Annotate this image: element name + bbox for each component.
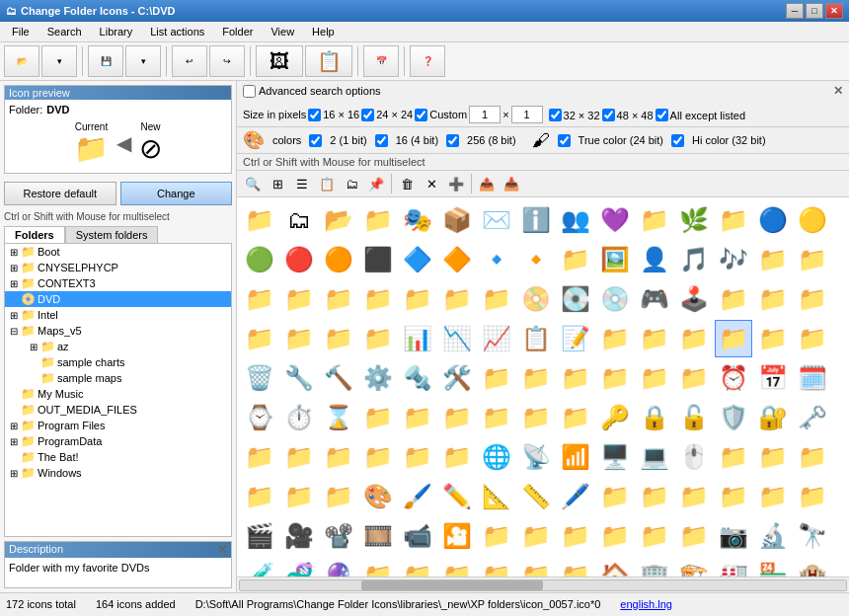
icon-cell[interactable]: 📁 <box>399 280 436 318</box>
cb-truecolor[interactable] <box>558 134 571 147</box>
tree-item-context3[interactable]: ⊞ 📁 CONTEXT3 <box>5 275 231 291</box>
menu-list-actions[interactable]: List actions <box>142 24 212 39</box>
icon-cell[interactable]: ⌚ <box>241 399 278 436</box>
restore-default-button[interactable]: Restore default <box>4 182 116 205</box>
help-button[interactable]: ❓ <box>410 45 445 77</box>
icon-cell[interactable]: 👤 <box>636 241 673 278</box>
tree-toggle-maps[interactable]: ⊟ <box>7 326 21 337</box>
cb-16bit[interactable] <box>375 134 388 147</box>
icon-cell[interactable]: ⏱️ <box>280 399 318 436</box>
icon-cell[interactable]: 🗝️ <box>794 399 831 436</box>
icon-tool-navigate[interactable]: 🔍 <box>241 173 265 194</box>
icon-cell[interactable]: 📐 <box>478 478 515 515</box>
cb-2bit[interactable] <box>309 134 322 147</box>
icon-cell[interactable]: 📁 <box>517 359 555 397</box>
icon-tool-view3[interactable]: 📌 <box>364 173 388 194</box>
icon-cell[interactable]: 📁 <box>241 280 278 318</box>
icon-cell[interactable]: 📁 <box>794 320 831 357</box>
menu-view[interactable]: View <box>263 24 302 39</box>
icon-cell[interactable]: 📁 <box>438 280 476 318</box>
open-folder-button[interactable]: 📂 <box>4 45 39 77</box>
icon-cell[interactable]: 🕹️ <box>675 280 713 318</box>
icon-cell[interactable]: 📶 <box>557 438 594 476</box>
icon-cell[interactable]: 📁 <box>794 438 831 476</box>
icon-cell[interactable]: 🔸 <box>517 241 555 278</box>
tree-toggle-intel[interactable]: ⊞ <box>7 310 21 321</box>
icon-cell[interactable]: 🔐 <box>754 399 792 436</box>
tree-toggle-ctx[interactable]: ⊞ <box>7 278 21 289</box>
tree-item-cnyselphycp[interactable]: ⊞ 📁 CNYSELPHYCP <box>5 260 231 275</box>
tree-toggle-windows[interactable]: ⊞ <box>7 468 21 479</box>
icon-cell[interactable]: 🖊️ <box>557 478 594 515</box>
icon-cell[interactable]: 📁 <box>754 320 792 357</box>
minimize-button[interactable]: ─ <box>786 3 804 19</box>
icon-cell[interactable]: 🎭 <box>399 201 436 239</box>
icon-cell[interactable]: 🛡️ <box>715 399 752 436</box>
icon-cell[interactable]: 🌿 <box>675 201 713 239</box>
library-button[interactable]: 🖼 <box>256 45 303 77</box>
icon-cell[interactable]: 📁 <box>557 557 594 577</box>
icon-cell[interactable]: 🎦 <box>438 517 476 555</box>
cb-custom[interactable] <box>415 109 427 121</box>
tree-toggle-program-files[interactable]: ⊞ <box>7 421 21 431</box>
menu-file[interactable]: File <box>4 24 38 39</box>
icon-cell[interactable]: 📁 <box>359 201 397 239</box>
icon-cell[interactable]: 🔷 <box>399 241 436 278</box>
icon-cell[interactable]: 📁 <box>596 478 634 515</box>
icon-cell[interactable]: 📁 <box>636 478 673 515</box>
icon-cell[interactable]: 📁 <box>280 478 318 515</box>
icon-cell[interactable]: 📁 <box>241 438 278 476</box>
icon-cell[interactable]: 🎨 <box>359 478 397 515</box>
icon-cell[interactable]: 📁 <box>478 557 515 577</box>
icon-cell[interactable]: 📁 <box>241 320 278 357</box>
icon-cell[interactable]: 📁 <box>557 399 594 436</box>
icon-cell[interactable]: 🖼️ <box>596 241 634 278</box>
icon-cell[interactable]: 📋 <box>517 320 555 357</box>
h-scrollbar-track[interactable] <box>239 579 847 591</box>
folder-tree[interactable]: ⊞ 📁 Boot ⊞ 📁 CNYSELPHYCP ⊞ 📁 CONTEXT3 📀 … <box>4 243 232 537</box>
tree-item-dvd[interactable]: 📀 DVD <box>5 291 231 307</box>
icon-cell[interactable]: 📁 <box>596 359 634 397</box>
menu-search[interactable]: Search <box>39 24 90 39</box>
icon-cell[interactable]: 🟢 <box>241 241 278 278</box>
icon-cell[interactable]: 📁 <box>675 517 713 555</box>
icon-cell[interactable]: ⚙️ <box>359 359 397 397</box>
icon-tool-add[interactable]: ➕ <box>444 173 468 194</box>
icon-cell[interactable]: 📁 <box>715 320 752 357</box>
icon-cell[interactable]: 📁 <box>478 399 515 436</box>
custom-height-input[interactable] <box>511 106 543 123</box>
icon-cell[interactable]: 📦 <box>438 201 476 239</box>
icon-cell[interactable]: 🔒 <box>636 399 673 436</box>
icon-cell[interactable]: 🛠️ <box>438 359 476 397</box>
icon-cell[interactable]: 📁 <box>438 557 476 577</box>
icon-cell[interactable]: 📁 <box>241 201 278 239</box>
icon-cell[interactable]: 📷 <box>715 517 752 555</box>
icon-cell[interactable]: 📁 <box>715 478 752 515</box>
icon-cell[interactable]: 🖌️ <box>399 478 436 515</box>
icon-cell[interactable]: 📁 <box>241 478 278 515</box>
icon-cell[interactable]: 📁 <box>596 517 634 555</box>
icon-cell[interactable]: 📁 <box>517 517 555 555</box>
icon-cell[interactable]: 📡 <box>517 438 555 476</box>
icon-cell[interactable]: 🧬 <box>280 557 318 577</box>
icon-cell[interactable]: 📁 <box>675 320 713 357</box>
tree-item-programdata[interactable]: ⊞ 📁 ProgramData <box>5 433 231 449</box>
icon-cell[interactable]: 🔴 <box>280 241 318 278</box>
icon-cell[interactable]: 📁 <box>359 399 397 436</box>
icon-cell[interactable]: 📁 <box>636 201 673 239</box>
icon-cell[interactable]: 🎞️ <box>359 517 397 555</box>
icon-cell[interactable]: 📁 <box>557 517 594 555</box>
icon-cell[interactable]: 📁 <box>517 557 555 577</box>
icon-cell[interactable]: 📁 <box>280 438 318 476</box>
icon-cell[interactable]: 📁 <box>557 241 594 278</box>
icon-cell[interactable]: 🏗️ <box>675 557 713 577</box>
icon-cell[interactable]: ✏️ <box>438 478 476 515</box>
icon-cell[interactable]: 📁 <box>399 399 436 436</box>
calendar-button[interactable]: 📅 <box>363 45 399 77</box>
library2-button[interactable]: 📋 <box>305 45 352 77</box>
save-button[interactable]: 💾 <box>88 45 123 77</box>
icon-cell[interactable]: 🏢 <box>636 557 673 577</box>
icon-cell[interactable]: ⏰ <box>715 359 752 397</box>
icon-cell[interactable]: 🎬 <box>241 517 278 555</box>
icon-cell[interactable]: 🧪 <box>241 557 278 577</box>
